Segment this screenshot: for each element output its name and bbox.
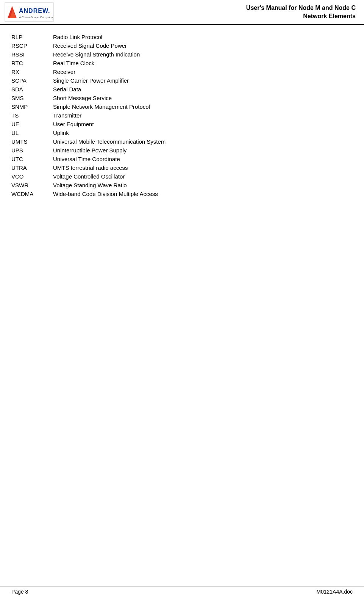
list-item: SDASerial Data xyxy=(11,85,353,94)
list-item: RTCReal Time Clock xyxy=(11,59,353,67)
acronym-abbr: RTC xyxy=(11,59,53,67)
acronym-abbr: RLP xyxy=(11,33,53,41)
acronym-abbr: SCPA xyxy=(11,76,53,85)
acronym-definition: Voltage Controlled Oscillator xyxy=(53,172,353,181)
acronym-abbr: WCDMA xyxy=(11,190,53,198)
document-id: M0121A4A.doc xyxy=(316,589,353,595)
acronym-abbr: VCO xyxy=(11,172,53,181)
list-item: VSWRVoltage Standing Wave Ratio xyxy=(11,181,353,190)
acronym-definition: Received Signal Code Power xyxy=(53,41,353,50)
page-header: ANDREW. A CommScope Company User's Manua… xyxy=(0,0,364,25)
acronym-abbr: UTC xyxy=(11,155,53,163)
acronym-abbr: RX xyxy=(11,67,53,76)
list-item: RSCPReceived Signal Code Power xyxy=(11,41,353,50)
acronym-definition: User Equipment xyxy=(53,120,353,128)
acronym-definition: Voltage Standing Wave Ratio xyxy=(53,181,353,190)
acronym-definition: Radio Link Protocol xyxy=(53,33,353,41)
list-item: UPSUninterruptible Power Supply xyxy=(11,146,353,155)
list-item: UEUser Equipment xyxy=(11,120,353,128)
acronym-definition: Real Time Clock xyxy=(53,59,353,67)
acronym-abbr: TS xyxy=(11,111,53,120)
acronym-abbr: UPS xyxy=(11,146,53,155)
list-item: RLPRadio Link Protocol xyxy=(11,33,353,41)
acronym-abbr: SDA xyxy=(11,85,53,94)
acronym-abbr: SNMP xyxy=(11,102,53,111)
svg-text:ANDREW.: ANDREW. xyxy=(19,8,50,14)
acronym-definition: Uninterruptible Power Supply xyxy=(53,146,353,155)
page-number: Page 8 xyxy=(11,589,28,595)
acronym-definition: Universal Mobile Telecommunication Syste… xyxy=(53,137,353,146)
acronym-abbr: SMS xyxy=(11,94,53,102)
acronym-definition: UMTS terrestrial radio access xyxy=(53,163,353,172)
list-item: UTRAUMTS terrestrial radio access xyxy=(11,163,353,172)
acronym-definition: Receiver xyxy=(53,67,353,76)
acronym-abbr: UL xyxy=(11,128,53,137)
list-item: VCOVoltage Controlled Oscillator xyxy=(11,172,353,181)
page-footer: Page 8 M0121A4A.doc xyxy=(0,586,364,597)
acronym-definition: Universal Time Coordinate xyxy=(53,155,353,163)
acronym-definition: Receive Signal Strength Indication xyxy=(53,50,353,59)
header-title: User's Manual for Node M and Node C Netw… xyxy=(54,4,359,21)
list-item: RXReceiver xyxy=(11,67,353,76)
acronym-abbr: RSSI xyxy=(11,50,53,59)
acronym-abbr: RSCP xyxy=(11,41,53,50)
list-item: UTCUniversal Time Coordinate xyxy=(11,155,353,163)
acronym-abbr: VSWR xyxy=(11,181,53,190)
acronym-list: RLPRadio Link ProtocolRSCPReceived Signa… xyxy=(11,33,353,198)
list-item: SNMPSimple Network Management Protocol xyxy=(11,102,353,111)
list-item: RSSIReceive Signal Strength Indication xyxy=(11,50,353,59)
acronym-definition: Serial Data xyxy=(53,85,353,94)
list-item: ULUplink xyxy=(11,128,353,137)
acronym-definition: Uplink xyxy=(53,128,353,137)
list-item: UMTSUniversal Mobile Telecommunication S… xyxy=(11,137,353,146)
acronym-abbr: UMTS xyxy=(11,137,53,146)
acronym-definition: Short Message Service xyxy=(53,94,353,102)
acronym-definition: Wide-band Code Division Multiple Access xyxy=(53,190,353,198)
acronym-abbr: UTRA xyxy=(11,163,53,172)
acronym-definition: Transmitter xyxy=(53,111,353,120)
acronym-definition: Simple Network Management Protocol xyxy=(53,102,353,111)
company-logo: ANDREW. A CommScope Company xyxy=(5,2,54,22)
list-item: TSTransmitter xyxy=(11,111,353,120)
list-item: SMSShort Message Service xyxy=(11,94,353,102)
svg-text:A CommScope Company: A CommScope Company xyxy=(19,16,53,19)
acronym-definition: Single Carrier Power Amplifier xyxy=(53,76,353,85)
acronym-abbr: UE xyxy=(11,120,53,128)
list-item: SCPASingle Carrier Power Amplifier xyxy=(11,76,353,85)
main-content: RLPRadio Link ProtocolRSCPReceived Signa… xyxy=(0,25,364,221)
list-item: WCDMAWide-band Code Division Multiple Ac… xyxy=(11,190,353,198)
